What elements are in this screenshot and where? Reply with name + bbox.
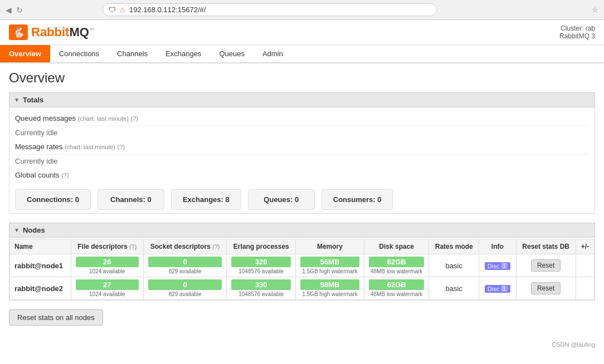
disc-num-2: 1 — [501, 286, 508, 292]
th-reset-stats: Reset stats DB — [516, 239, 576, 254]
table-row: rabbit@node1 26 1024 available 0 829 ava… — [10, 254, 595, 277]
message-rates-label: Message rates — [15, 142, 62, 151]
erlang-bar-2: 330 — [231, 279, 291, 290]
channels-value: 0 — [148, 195, 152, 204]
exchanges-label: Exchanges: — [183, 195, 223, 204]
currently-idle-1: Currently idle — [15, 126, 589, 139]
global-counts-help[interactable]: (?) — [61, 172, 69, 179]
warning-icon: ⚠ — [119, 6, 126, 14]
nav-connections[interactable]: Connections — [50, 45, 108, 62]
message-rates-link[interactable]: (chart: last minute) — [65, 144, 115, 150]
collapse-nodes-icon: ▼ — [14, 227, 20, 233]
socket-desc-bar-1: 0 — [148, 257, 222, 267]
queued-messages-link[interactable]: (chart: last minute) — [78, 115, 129, 122]
cluster-info: Cluster: rab RabbitMQ 3 — [559, 24, 595, 40]
browser-chrome: ◀ ↻ 🛡 ⚠ 192.168.0.112:15672/#/ ☆ — [0, 0, 604, 20]
file-desc-sub-2: 1024 available — [89, 291, 125, 297]
queues-label: Queues: — [264, 195, 293, 204]
disc-badge-2[interactable]: Disc 1 — [485, 285, 510, 293]
nodes-section: ▼ Nodes Name File descriptors (?) Socket… — [9, 223, 595, 301]
exchanges-value: 8 — [226, 195, 230, 204]
erlang-sub-1: 1048576 available — [238, 268, 284, 274]
reset-button-2[interactable]: Reset — [531, 282, 561, 294]
nodes-section-title: Nodes — [23, 226, 45, 234]
erlang-bar-1: 329 — [231, 257, 291, 267]
file-desc-cell-1: 26 1024 available — [71, 254, 143, 277]
node-name-1: rabbit@node1 — [10, 254, 71, 277]
socket-desc-cell-1: 0 829 available — [143, 254, 227, 277]
memory-sub-1: 1.5GB high watermark — [302, 268, 358, 274]
bottom-actions: Reset stats on all nodes — [9, 309, 595, 326]
rates-mode-1: basic — [429, 254, 479, 277]
message-rates-row: Message rates (chart: last minute) (?) — [15, 139, 589, 155]
disc-label-1: Disc — [488, 263, 499, 269]
channels-label: Channels: — [110, 195, 145, 204]
file-desc-sub-1: 1024 available — [89, 268, 125, 274]
th-file-descriptors: File descriptors (?) — [71, 239, 143, 254]
nodes-table: Name File descriptors (?) Socket descrip… — [9, 239, 595, 300]
th-socket-descriptors: Socket descriptors (?) — [143, 239, 227, 254]
nav-admin[interactable]: Admin — [254, 45, 292, 62]
shield-icon: 🛡 — [109, 6, 116, 14]
reset-button-1[interactable]: Reset — [531, 259, 561, 272]
totals-content: Queued messages (chart: last minute) (?)… — [9, 107, 595, 214]
erlang-cell-1: 329 1048576 available — [227, 254, 296, 277]
memory-cell-1: 56MB 1.5GB high watermark — [296, 254, 364, 277]
bookmark-star-icon[interactable]: ☆ — [592, 6, 598, 14]
nav-queues[interactable]: Queues — [210, 45, 254, 62]
disk-bar-1: 62GB — [369, 257, 424, 267]
disk-bar-2: 62GB — [369, 279, 424, 290]
queues-count: Queues: 0 — [248, 189, 315, 210]
th-plus-minus: +/- — [576, 239, 594, 254]
url-text[interactable]: 192.168.0.112:15672/#/ — [129, 6, 206, 14]
global-counts-row: Global counts (?) — [15, 168, 589, 183]
page-content: Overview ▼ Totals Queued messages (chart… — [0, 63, 604, 332]
erlang-cell-2: 330 1048576 available — [227, 277, 296, 300]
reset-all-button[interactable]: Reset stats on all nodes — [9, 309, 103, 326]
memory-sub-2: 1.5GB high watermark — [302, 291, 358, 297]
nav-overview[interactable]: Overview — [0, 45, 50, 62]
plus-minus-cell-1 — [576, 254, 594, 277]
queued-messages-help[interactable]: (?) — [130, 115, 138, 122]
nav-channels[interactable]: Channels — [108, 45, 157, 62]
logo-text: RabbitMQ™ — [31, 25, 94, 40]
consumers-value: 0 — [377, 195, 381, 204]
rates-mode-2: basic — [429, 277, 479, 300]
logo-rabbit-icon: 🐇 — [9, 24, 28, 40]
page-title: Overview — [9, 70, 595, 86]
disk-cell-1: 62GB 48MB low watermark — [364, 254, 428, 277]
message-rates-help[interactable]: (?) — [118, 144, 125, 150]
consumers-label: Consumers: — [333, 195, 376, 204]
totals-section-header[interactable]: ▼ Totals — [9, 92, 595, 107]
reset-cell-1: Reset — [516, 254, 576, 277]
erlang-sub-2: 1048576 available — [238, 291, 284, 297]
connections-value: 0 — [75, 195, 79, 204]
disc-badge-1[interactable]: Disc 1 — [485, 262, 510, 270]
totals-section: ▼ Totals Queued messages (chart: last mi… — [9, 92, 595, 214]
socket-desc-sub-2: 829 available — [169, 291, 202, 297]
file-desc-cell-2: 27 1024 available — [71, 277, 143, 300]
table-header-row: Name File descriptors (?) Socket descrip… — [10, 239, 595, 254]
nav-bar: Overview Connections Channels Exchanges … — [0, 45, 604, 63]
back-button[interactable]: ◀ — [6, 6, 12, 14]
nodes-section-header[interactable]: ▼ Nodes — [9, 223, 595, 238]
global-counts-label: Global counts — [15, 171, 60, 179]
table-row: rabbit@node2 27 1024 available 0 829 ava… — [10, 277, 595, 300]
disk-cell-2: 62GB 48MB low watermark — [364, 277, 428, 300]
footer: CSDN @laufing — [0, 337, 604, 352]
consumers-count: Consumers: 0 — [322, 189, 393, 210]
plus-minus-cell-2 — [576, 277, 594, 300]
socket-desc-bar-2: 0 — [148, 279, 222, 290]
reload-button[interactable]: ↻ — [16, 6, 23, 14]
connections-label: Connections: — [27, 195, 73, 204]
queues-value: 0 — [295, 195, 299, 204]
info-cell-1: Disc 1 — [479, 254, 516, 277]
count-boxes: Connections: 0 Channels: 0 Exchanges: 8 … — [15, 189, 589, 210]
nav-exchanges[interactable]: Exchanges — [157, 45, 210, 62]
exchanges-count: Exchanges: 8 — [171, 189, 241, 210]
disk-sub-1: 48MB low watermark — [371, 268, 422, 274]
logo: 🐇 RabbitMQ™ — [9, 24, 94, 40]
info-cell-2: Disc 1 — [479, 277, 516, 300]
th-erlang-processes: Erlang processes — [227, 239, 296, 254]
disk-sub-2: 48MB low watermark — [371, 291, 422, 297]
